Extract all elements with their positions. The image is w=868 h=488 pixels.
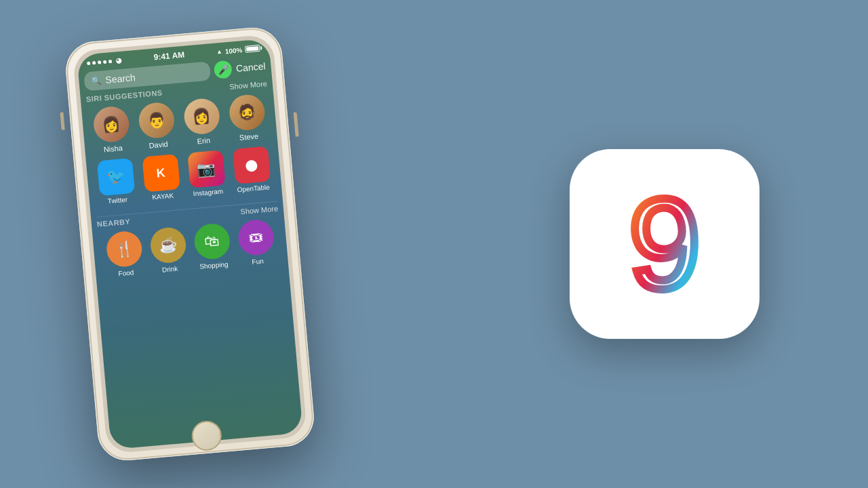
avatar-david-face: 👨 bbox=[137, 101, 175, 139]
search-icon: 🔍 bbox=[91, 75, 102, 85]
contact-david[interactable]: 👨 David bbox=[137, 101, 176, 150]
app-instagram[interactable]: 📷 Instagram bbox=[187, 150, 226, 197]
signal-dot-2 bbox=[92, 61, 96, 64]
app-name-twitter: Twitter bbox=[107, 196, 127, 205]
avatar-erin: 👩 bbox=[182, 98, 220, 136]
contact-erin[interactable]: 👩 Erin bbox=[182, 98, 222, 146]
contact-nisha[interactable]: 👩 Nisha bbox=[92, 105, 132, 154]
battery-icon bbox=[245, 45, 260, 53]
search-placeholder: Search bbox=[105, 72, 136, 85]
food-icon: 🍴 bbox=[105, 230, 143, 268]
avatar-erin-face: 👩 bbox=[182, 98, 220, 136]
nearby-food[interactable]: 🍴 Food bbox=[105, 230, 144, 278]
volume-button bbox=[60, 113, 64, 130]
nearby-drink[interactable]: ☕ Drink bbox=[149, 226, 188, 274]
nearby-name-fun: Fun bbox=[252, 258, 264, 266]
app-opentable[interactable]: ⬤ OpenTable bbox=[233, 146, 272, 193]
nearby-name-drink: Drink bbox=[162, 265, 178, 274]
signal-dot-4 bbox=[103, 60, 106, 63]
app-twitter[interactable]: 🐦 Twitter bbox=[96, 158, 136, 205]
nearby-section-title: NEARBY bbox=[96, 218, 130, 228]
signal-dot-1 bbox=[87, 61, 90, 64]
avatar-steve-face: 🧔 bbox=[228, 94, 266, 131]
contact-steve[interactable]: 🧔 Steve bbox=[228, 94, 267, 142]
cancel-button[interactable]: Cancel bbox=[235, 60, 266, 74]
battery-area: ▲ 100% bbox=[216, 44, 260, 56]
nearby-icons-row: 🍴 Food ☕ Drink 🛍 Shopping 🎟 Fun bbox=[98, 218, 283, 279]
nearby-section: NEARBY Show More 🍴 Food ☕ Drink 🛍 Shoppi… bbox=[91, 204, 288, 283]
location-icon: ▲ bbox=[216, 48, 222, 56]
contact-name-david: David bbox=[149, 140, 168, 149]
power-button bbox=[294, 113, 299, 137]
instagram-icon: 📷 bbox=[187, 150, 225, 188]
signal-dot-3 bbox=[98, 60, 101, 64]
nearby-fun[interactable]: 🎟 Fun bbox=[237, 218, 276, 266]
siri-suggestions-section: SIRI SUGGESTIONS Show More 👩 Nisha 👨 bbox=[80, 79, 282, 215]
contact-name-steve: Steve bbox=[239, 132, 258, 142]
nearby-name-shopping: Shopping bbox=[199, 260, 229, 270]
app-kayak[interactable]: K KAYAK bbox=[142, 154, 181, 201]
wifi-icon: ◕ bbox=[116, 56, 123, 64]
svg-text:9: 9 bbox=[629, 171, 701, 315]
ios9-logo: 9 bbox=[570, 149, 760, 339]
iphone-screen: ◕ 9:41 AM ▲ 100% 🔍 Search 🎤 Canc bbox=[77, 39, 303, 450]
app-name-opentable: OpenTable bbox=[237, 183, 270, 193]
fun-icon: 🎟 bbox=[237, 218, 275, 256]
app-name-kayak: KAYAK bbox=[152, 192, 174, 201]
app-name-instagram: Instagram bbox=[193, 187, 223, 197]
nearby-shopping[interactable]: 🛍 Shopping bbox=[193, 222, 232, 270]
shopping-icon: 🛍 bbox=[193, 222, 231, 260]
avatar-nisha-face: 👩 bbox=[92, 105, 130, 143]
battery-fill bbox=[246, 46, 258, 52]
signal-dots: ◕ bbox=[87, 56, 123, 66]
opentable-icon: ⬤ bbox=[233, 146, 271, 184]
nearby-name-food: Food bbox=[118, 268, 134, 277]
contacts-row: 👩 Nisha 👨 David 👩 Erin bbox=[87, 93, 272, 155]
mic-button[interactable]: 🎤 bbox=[214, 60, 233, 79]
avatar-david: 👨 bbox=[137, 101, 175, 139]
contact-name-erin: Erin bbox=[197, 136, 211, 146]
clock: 9:41 AM bbox=[153, 50, 185, 62]
avatar-steve: 🧔 bbox=[228, 94, 266, 131]
apps-row: 🐦 Twitter K KAYAK 📷 Instagram ⬤ OpenTabl… bbox=[92, 146, 277, 206]
siri-section-title: SIRI SUGGESTIONS bbox=[85, 89, 163, 104]
signal-dot-5 bbox=[108, 60, 112, 63]
nearby-show-more[interactable]: Show More bbox=[240, 204, 278, 216]
drink-icon: ☕ bbox=[149, 226, 186, 264]
siri-show-more[interactable]: Show More bbox=[229, 79, 267, 91]
avatar-nisha: 👩 bbox=[92, 105, 130, 143]
kayak-icon: K bbox=[142, 154, 180, 192]
iphone-frame: ◕ 9:41 AM ▲ 100% 🔍 Search 🎤 Canc bbox=[64, 25, 317, 463]
contact-name-nisha: Nisha bbox=[103, 144, 123, 153]
battery-percent: 100% bbox=[224, 46, 242, 55]
iphone-body: ◕ 9:41 AM ▲ 100% 🔍 Search 🎤 Canc bbox=[73, 34, 308, 454]
twitter-icon: 🐦 bbox=[96, 158, 134, 196]
